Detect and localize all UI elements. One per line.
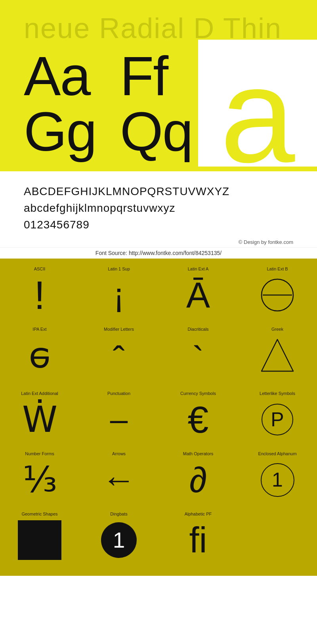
- glyph-circle-minus: [260, 273, 295, 317]
- glyph-cell-ascii: ASCII !: [0, 263, 79, 323]
- alphabet-upper: ABCDEFGHIJKLMNOPQRSTUVWXYZ: [24, 183, 293, 200]
- glyph-label-numberforms: Number Forms: [25, 451, 54, 456]
- glyph-leftarrow: ←: [102, 458, 136, 502]
- glyph-cell-latin1sup: Latin 1 Sup ¡: [79, 263, 158, 323]
- glyph-label-currency: Currency Symbols: [180, 391, 216, 396]
- glyph-showcase: Aa Gg Ff Qq a: [24, 48, 293, 159]
- glyph-col-1: Aa Gg: [24, 48, 96, 159]
- glyph-cell-alphabeticpf: Alphabetic PF ﬁ: [158, 508, 238, 568]
- glyph-cell-encalpha: Enclosed Alphanum 1: [238, 447, 317, 508]
- glyph-cell-latinextadd: Latin Ext Additional Ẇ: [0, 387, 79, 447]
- svg-marker-2: [262, 339, 293, 371]
- circle-1-shape: 1: [261, 463, 294, 497]
- copyright: © Design by fontke.com: [0, 237, 317, 247]
- glyph-amacron: Ā: [186, 273, 210, 317]
- glyph-label-geoshapes: Geometric Shapes: [21, 512, 57, 516]
- glyph-cell-empty: [238, 508, 317, 568]
- glyph-grave: `: [192, 337, 204, 381]
- glyph-label-ipaext: IPA Ext: [32, 327, 46, 332]
- glyph-a-background: a: [198, 40, 317, 167]
- glyph-filled-circle-1: 1: [101, 518, 137, 562]
- alphabet-section: ABCDEFGHIJKLMNOPQRSTUVWXYZ abcdefghijklm…: [0, 171, 317, 237]
- glyph-grid-section: ASCII ! Latin 1 Sup ¡ Latin Ext A Ā Lati…: [0, 259, 317, 576]
- glyph-cell-mathop: Math Operators ∂: [158, 447, 238, 508]
- black-square-shape: [18, 520, 61, 560]
- glyph-cell-greek: Greek: [238, 323, 317, 387]
- glyph-euro: €: [188, 398, 209, 441]
- glyph-label-latinextb: Latin Ext B: [267, 266, 288, 271]
- glyph-cell-ipaext: IPA Ext ə: [0, 323, 79, 387]
- glyph-label-mathop: Math Operators: [183, 451, 213, 456]
- font-source: Font Source: http://www.fontke.com/font/…: [0, 247, 317, 259]
- glyph-triangle: [260, 334, 295, 377]
- glyph-circle-p: P: [262, 398, 293, 441]
- glyph-label-ascii: ASCII: [34, 266, 46, 271]
- glyph-cell-diacriticals: Diacriticals `: [158, 323, 238, 387]
- glyph-label-modifier: Modifier Letters: [104, 327, 134, 332]
- circle-p-shape: P: [262, 404, 293, 435]
- glyph-label-arrows: Arrows: [112, 451, 126, 456]
- glyph-qq: Qq: [120, 104, 193, 159]
- glyph-cell-arrows: Arrows ←: [79, 447, 158, 508]
- glyph-cell-geoshapes: Geometric Shapes: [0, 508, 79, 568]
- glyph-onethird: ⅓: [23, 458, 57, 502]
- glyph-label-letterlike: Letterlike Symbols: [260, 391, 295, 396]
- glyph-label-latinexta: Latin Ext A: [188, 266, 209, 271]
- glyph-col-2: Ff Qq: [120, 48, 193, 159]
- glyph-cell-numberforms: Number Forms ⅓: [0, 447, 79, 508]
- glyph-label-punctuation: Punctuation: [107, 391, 130, 396]
- glyph-inv-exclamation: ¡: [113, 273, 124, 317]
- glyph-label-greek: Greek: [271, 327, 283, 332]
- glyph-aa: Aa: [24, 48, 96, 104]
- glyph-label-diacriticals: Diacriticals: [187, 327, 208, 332]
- glyph-gg: Gg: [24, 104, 96, 159]
- glyph-cell-punctuation: Punctuation –: [79, 387, 158, 447]
- glyph-wdot: Ẇ: [22, 398, 57, 441]
- glyph-label-encalpha: Enclosed Alphanum: [258, 451, 296, 456]
- numbers: 0123456789: [24, 217, 293, 233]
- glyph-caret: ˆ: [113, 337, 125, 381]
- glyph-label-alphabeticpf: Alphabetic PF: [185, 512, 212, 516]
- glyph-endash: –: [110, 398, 128, 441]
- glyph-cell-currency: Currency Symbols €: [158, 387, 238, 447]
- alphabet-lower: abcdefghijklmnopqrstuvwxyz: [24, 200, 293, 217]
- glyph-circle-1: 1: [261, 458, 294, 502]
- glyph-cell-latinextb: Latin Ext B: [238, 263, 317, 323]
- glyph-fi-ligature: ﬁ: [189, 518, 207, 562]
- glyph-cell-letterlike: Letterlike Symbols P: [238, 387, 317, 447]
- glyph-exclamation: !: [34, 273, 45, 317]
- glyph-label-dingbats: Dingbats: [110, 512, 127, 516]
- glyph-ff: Ff: [120, 48, 193, 104]
- glyph-grid: ASCII ! Latin 1 Sup ¡ Latin Ext A Ā Lati…: [0, 263, 317, 568]
- glyph-blacksquare: [18, 518, 61, 562]
- glyph-partial: ∂: [189, 458, 207, 502]
- filled-circle-1-shape: 1: [101, 522, 137, 558]
- glyph-reversed-e: ə: [29, 334, 51, 377]
- header-section: neue Radial D Thin Aa Gg Ff Qq a: [0, 0, 317, 171]
- glyph-label-latin1sup: Latin 1 Sup: [108, 266, 130, 271]
- glyph-cell-latinexta: Latin Ext A Ā: [158, 263, 238, 323]
- glyph-label-latinextadd: Latin Ext Additional: [21, 391, 58, 396]
- glyph-a-large: a: [220, 48, 295, 167]
- glyph-cell-dingbats: Dingbats 1: [79, 508, 158, 568]
- glyph-cell-modifier: Modifier Letters ˆ: [79, 323, 158, 387]
